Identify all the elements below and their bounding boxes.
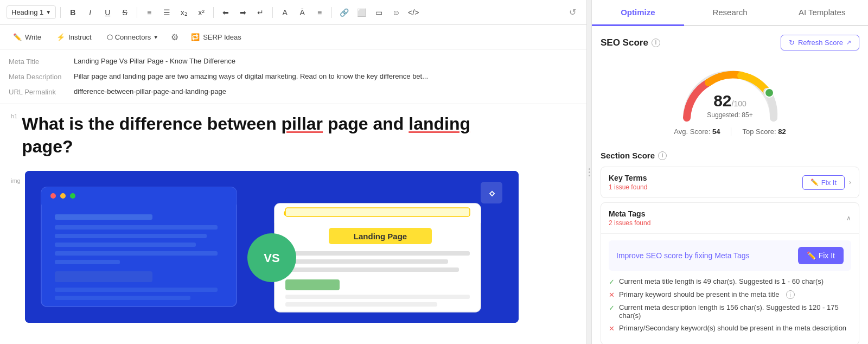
- serp-icon: 🔁: [191, 33, 200, 41]
- svg-rect-12: [55, 260, 120, 264]
- svg-rect-9: [55, 234, 207, 238]
- align-left-button[interactable]: ⬅: [218, 5, 233, 20]
- tab-optimize[interactable]: Optimize: [592, 0, 684, 26]
- meta-permalink-value[interactable]: difference-between-pillar-page-and-landi…: [74, 87, 578, 95]
- indent-button[interactable]: ↵: [253, 5, 268, 20]
- unordered-list-button[interactable]: ☰: [159, 5, 174, 20]
- gauge-score-max: /100: [732, 99, 746, 108]
- svg-point-35: [765, 88, 774, 97]
- avg-score-value: 54: [712, 128, 720, 136]
- media-button[interactable]: ▭: [371, 5, 386, 20]
- gauge-stats: Avg. Score: 54 Top Score: 82: [674, 128, 786, 136]
- external-link-icon: ↗: [846, 39, 851, 46]
- serp-ideas-button[interactable]: 🔁 SERP Ideas: [184, 30, 248, 44]
- toolbar-divider-4: [272, 7, 273, 18]
- meta-description-value[interactable]: Pillar page and landing page are two ama…: [74, 72, 578, 80]
- seo-score-info-icon[interactable]: i: [652, 39, 660, 47]
- superscript-button[interactable]: x²: [194, 5, 209, 20]
- write-label: Write: [25, 33, 41, 41]
- seo-tabs: Optimize Research AI Templates: [592, 0, 868, 26]
- meta-tags-name: Meta Tags: [609, 209, 650, 218]
- seo-score-header: SEO Score i ↻ Refresh Score ↗: [601, 35, 859, 50]
- refresh-score-label: Refresh Score: [798, 39, 843, 47]
- key-terms-actions: ✏️ Fix It ›: [802, 175, 851, 190]
- strikethrough-button[interactable]: S: [117, 5, 132, 20]
- key-terms-fix-it-button[interactable]: ✏️ Fix It: [802, 175, 845, 190]
- improve-banner: Improve SEO score by fixing Meta Tags ✏️…: [609, 240, 851, 271]
- key-terms-name: Key Terms: [609, 174, 647, 182]
- fix-icon: ✏️: [810, 179, 819, 186]
- tab-ai-templates[interactable]: AI Templates: [776, 0, 868, 26]
- connectors-chevron-icon: ▼: [153, 34, 158, 40]
- connectors-button[interactable]: ⬡ Connectors ▼: [100, 30, 165, 44]
- seo-score-title-text: SEO Score: [601, 37, 648, 48]
- subscript-button[interactable]: x₂: [176, 5, 192, 20]
- check-text-4: Primary/Secondary keyword(s) should be p…: [619, 324, 846, 332]
- resize-dot: [589, 171, 590, 173]
- avg-score-label: Avg. Score:: [674, 128, 710, 136]
- meta-tags-item: Meta Tags 2 issues found ∧ Improve SEO s…: [601, 202, 859, 344]
- svg-text:VS: VS: [264, 251, 279, 265]
- meta-permalink-label: URL Permalink: [9, 87, 74, 96]
- svg-rect-29: [285, 295, 470, 299]
- h1-label: h1: [11, 113, 17, 119]
- underline-button[interactable]: U: [100, 5, 115, 20]
- section-score-info-icon[interactable]: i: [658, 151, 667, 160]
- tab-research[interactable]: Research: [684, 0, 776, 26]
- key-terms-chevron-icon[interactable]: ›: [849, 179, 851, 186]
- ordered-list-button[interactable]: ≡: [142, 5, 157, 20]
- link-button[interactable]: 🔗: [336, 5, 352, 20]
- top-score-value: 82: [778, 128, 786, 136]
- resize-dot: [589, 168, 590, 170]
- article-svg-illustration: Landing Page VS ⬦: [25, 171, 519, 323]
- meta-tags-chevron-icon[interactable]: ∧: [846, 214, 851, 222]
- instruct-button[interactable]: ⚡ Instruct: [50, 30, 98, 44]
- gear-button[interactable]: ⚙: [167, 29, 182, 44]
- write-button[interactable]: ✏️ Write: [7, 30, 48, 44]
- meta-tags-header: Meta Tags 2 issues found ∧: [601, 203, 859, 233]
- article-image: Landing Page VS ⬦: [25, 171, 519, 323]
- svg-rect-30: [285, 302, 437, 307]
- secondary-toolbar: ✏️ Write ⚡ Instruct ⬡ Connectors ▼ ⚙ 🔁 S…: [0, 25, 586, 49]
- highlight-button[interactable]: Ā: [295, 5, 310, 20]
- article-heading[interactable]: What is the difference between pillar pa…: [22, 113, 470, 158]
- code-button[interactable]: </>: [406, 5, 421, 20]
- check-item-3: ✓ Current meta description length is 156…: [609, 303, 851, 320]
- top-score-label: Top Score:: [742, 128, 776, 136]
- heading-select[interactable]: Heading 1 ▼: [7, 5, 56, 19]
- resize-dots: [589, 168, 590, 176]
- key-terms-left: Key Terms 1 issue found: [609, 174, 647, 191]
- meta-tags-issues: 2 issues found: [609, 219, 650, 227]
- fix-it-primary-icon: ✏️: [807, 251, 816, 260]
- check-item-1: ✓ Current meta title length is 49 char(s…: [609, 277, 851, 286]
- italic-button[interactable]: I: [82, 5, 98, 20]
- check-pass-icon-1: ✓: [609, 278, 615, 286]
- meta-tags-body: Improve SEO score by fixing Meta Tags ✏️…: [601, 233, 859, 344]
- bold-button[interactable]: B: [65, 5, 80, 20]
- svg-rect-25: [285, 251, 470, 256]
- align-right-button[interactable]: ➡: [235, 5, 251, 20]
- meta-tags-fix-it-button[interactable]: ✏️ Fix It: [798, 247, 844, 264]
- gauge-suggested: Suggested: 85+: [707, 111, 752, 119]
- gauge-score-number: 82: [713, 92, 731, 110]
- meta-title-value[interactable]: Landing Page Vs Pillar Page - Know The D…: [74, 57, 578, 65]
- meta-tags-fix-it-label: Fix It: [819, 251, 835, 260]
- align-center-button[interactable]: ≡: [312, 5, 327, 20]
- img-label: img: [11, 177, 21, 184]
- check-text-2: Primary keyword should be present in the…: [619, 290, 780, 298]
- gauge-wrapper: 82/100 Suggested: 85+: [676, 63, 784, 123]
- resize-handle[interactable]: [587, 0, 591, 344]
- history-button[interactable]: ↺: [565, 5, 580, 20]
- refresh-score-button[interactable]: ↻ Refresh Score ↗: [781, 35, 859, 50]
- meta-tags-left: Meta Tags 2 issues found: [609, 209, 650, 227]
- svg-rect-7: [55, 214, 152, 220]
- seo-panel: Optimize Research AI Templates SEO Score…: [591, 0, 868, 344]
- font-color-button[interactable]: A: [277, 5, 292, 20]
- emoji-button[interactable]: ☺: [388, 5, 404, 20]
- key-terms-header: Key Terms 1 issue found ✏️ Fix It ›: [601, 167, 859, 198]
- image-button[interactable]: ⬜: [354, 5, 369, 20]
- write-icon: ✏️: [13, 33, 22, 41]
- toolbar-divider-2: [137, 7, 137, 18]
- meta-title-label: Meta Title: [9, 57, 74, 66]
- check-info-icon-2[interactable]: i: [786, 290, 795, 299]
